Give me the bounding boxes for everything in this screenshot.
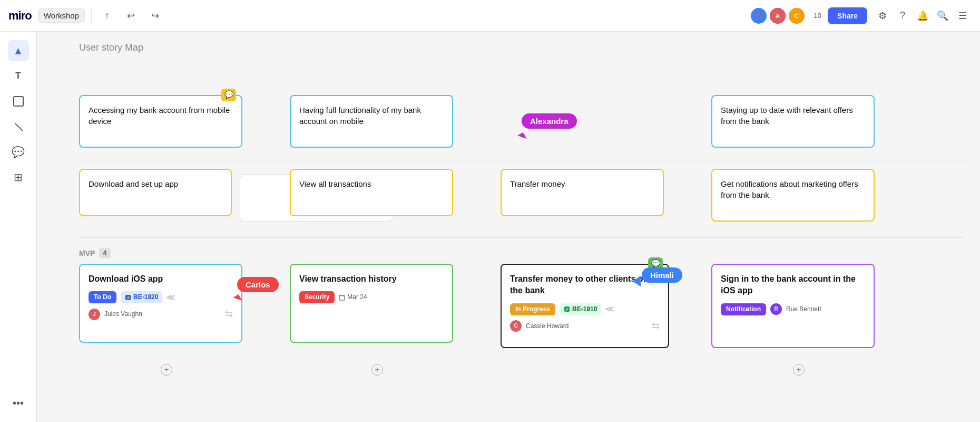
settings-icon[interactable]: ⚙ — [874, 7, 891, 25]
priority-icon-3: ≪ — [605, 303, 614, 315]
cursor-bubble-himali: Himali — [642, 267, 682, 283]
story-card-7-text: Get notifications about marketing offers… — [721, 179, 858, 199]
share-icon-3: ⇆ — [652, 320, 660, 333]
add-button-4[interactable]: + — [793, 364, 805, 376]
sidebar-item-comment[interactable]: 💬 — [8, 141, 29, 162]
svg-text:✓: ✓ — [565, 307, 569, 312]
share-button[interactable]: Share — [828, 7, 867, 24]
notification-icon[interactable]: 🔔 — [914, 7, 932, 25]
story-item-3-meta: In Progress ✓ BE-1910 ≪ — [510, 303, 660, 315]
upload-button[interactable]: ↑ — [98, 7, 116, 25]
status-badge-inprogress: In Progress — [510, 303, 555, 315]
story-item-4-title: Sign in to the bank account in the iOS a… — [721, 273, 865, 297]
canvas: User story Map 💬 Accessing my bank accou… — [37, 32, 980, 422]
avatar-group: 🔻 A C — [750, 7, 806, 25]
sidebar-item-select[interactable]: ▲ — [8, 40, 29, 61]
story-card-2: Having full functionality of my bank acc… — [290, 95, 453, 148]
story-item-1: Download iOS app To Do ⚡ BE-1820 ≪ J Jul… — [79, 264, 242, 343]
ticket-be1910: ✓ BE-1910 — [560, 303, 601, 315]
story-card-3-text: Staying up to date with relevant offers … — [721, 106, 853, 126]
status-badge-security: Security — [299, 291, 335, 303]
sidebar-item-more[interactable]: ••• — [8, 392, 29, 414]
story-card-6: Transfer money — [501, 169, 664, 216]
story-item-1-meta: To Do ⚡ BE-1820 ≪ — [89, 291, 233, 303]
priority-icon-1: ≪ — [166, 292, 175, 303]
status-badge-notification: Notification — [721, 303, 766, 315]
story-card-7: Get notifications about marketing offers… — [711, 169, 875, 222]
miro-logo: miro — [8, 9, 32, 23]
mvp-label: MVP 4 — [79, 248, 111, 258]
story-card-2-text: Having full functionality of my bank acc… — [299, 106, 421, 126]
collab-count: 10 — [814, 12, 821, 20]
page-title: User story Map — [79, 42, 143, 53]
undo-button[interactable]: ↩ — [122, 7, 140, 25]
avatar-3: C — [788, 7, 806, 25]
story-card-5: View all transactions — [290, 169, 453, 216]
svg-text:A: A — [775, 13, 779, 19]
separator-1 — [79, 161, 964, 161]
divider — [91, 8, 92, 23]
sidebar-item-sticky[interactable] — [8, 91, 29, 112]
redo-button[interactable]: ↪ — [146, 7, 164, 25]
add-button-1[interactable]: + — [161, 364, 172, 376]
ticket-be1820: ⚡ BE-1820 — [121, 291, 162, 303]
sidebar-item-frame[interactable]: ⊞ — [8, 167, 29, 188]
sidebar: ▲ T | 💬 ⊞ ••• — [0, 32, 37, 422]
sidebar-item-line[interactable]: | — [3, 112, 33, 142]
story-item-2: View transaction history Security Mar 24 — [290, 264, 453, 343]
story-item-4-meta: Notification R Rue Bennett — [721, 303, 865, 315]
workspace-label[interactable]: Workshop — [38, 8, 85, 23]
avatar-1: 🔻 — [750, 7, 768, 25]
sidebar-item-text[interactable]: T — [8, 65, 29, 87]
story-card-1: 💬 Accessing my bank account from mobile … — [79, 95, 242, 148]
story-card-6-text: Transfer money — [510, 179, 565, 188]
status-badge-todo: To Do — [89, 291, 116, 303]
user-name-4: Rue Bennett — [786, 305, 821, 314]
panel-icon[interactable]: ☰ — [954, 7, 972, 25]
story-card-1-text: Accessing my bank account from mobile de… — [89, 106, 230, 126]
story-item-2-title: View transaction history — [299, 273, 444, 285]
help-icon[interactable]: ? — [894, 7, 912, 25]
story-card-5-text: View all transactions — [299, 179, 371, 188]
cursor-bubble-carlos: Carlos — [237, 277, 279, 292]
user-name-3: Cassie Howard — [526, 322, 569, 331]
story-item-3-user: C Cassie Howard ⇆ — [510, 320, 660, 333]
date-badge: Mar 24 — [339, 293, 367, 302]
search-icon[interactable]: 🔍 — [934, 7, 952, 25]
story-card-3: Staying up to date with relevant offers … — [711, 95, 875, 148]
svg-rect-7 — [339, 295, 345, 300]
story-item-2-meta: Security Mar 24 — [299, 291, 444, 303]
top-icons: ⚙ ? 🔔 🔍 ☰ — [874, 7, 972, 25]
cursor-arrow-himali — [632, 276, 641, 286]
share-icon-1: ⇆ — [225, 308, 233, 321]
user-avatar-4: R — [770, 303, 782, 315]
svg-text:⚡: ⚡ — [126, 295, 131, 300]
user-avatar-1: J — [89, 309, 100, 320]
story-item-1-user: J Jules Vaughn ⇆ — [89, 308, 233, 321]
cursor-arrow-alexandra — [517, 132, 526, 142]
user-avatar-3: C — [510, 320, 522, 332]
avatar-2: A — [769, 7, 787, 25]
comment-badge-1: 💬 — [221, 89, 236, 101]
separator-2 — [79, 237, 964, 238]
user-name-1: Jules Vaughn — [104, 310, 142, 319]
story-item-1-title: Download iOS app — [89, 273, 233, 285]
svg-text:C: C — [794, 13, 798, 19]
topbar: miro Workshop ↑ ↩ ↪ 🔻 A C 10 Share ⚙ ? 🔔… — [0, 0, 980, 32]
add-button-2[interactable]: + — [371, 364, 383, 376]
story-card-4-text: Download and set up app — [89, 179, 178, 188]
story-card-4: Download and set up app — [79, 169, 232, 216]
cursor-bubble-alexandra: Alexandra — [522, 113, 577, 129]
svg-rect-4 — [14, 97, 23, 106]
story-item-4: Sign in to the bank account in the iOS a… — [711, 264, 875, 348]
